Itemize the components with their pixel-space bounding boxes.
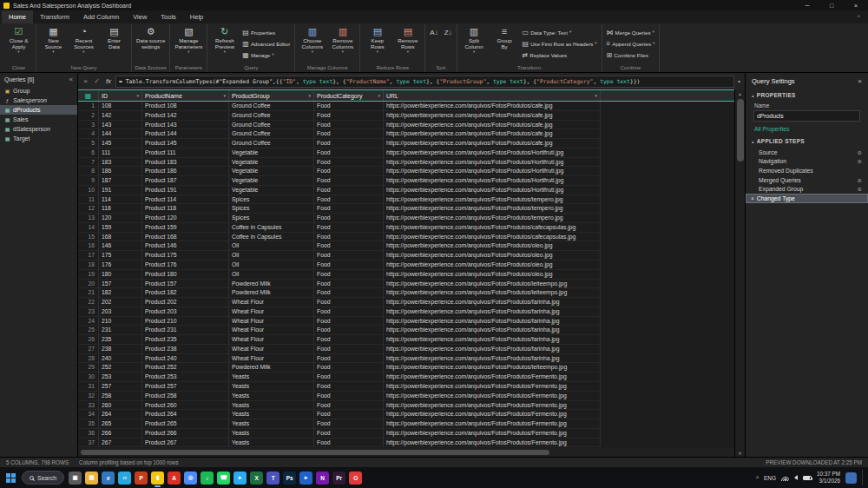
- cell-productcategory[interactable]: Food: [314, 260, 384, 270]
- excel-icon[interactable]: X: [250, 472, 263, 485]
- menu-tab-home[interactable]: Home: [2, 10, 33, 23]
- cell-productcategory[interactable]: Food: [314, 158, 384, 168]
- cell-id[interactable]: 231: [99, 326, 142, 335]
- cell-url[interactable]: https://powerbiexperience.com/arquivos/F…: [384, 307, 601, 317]
- delete-step-icon[interactable]: ×: [751, 195, 754, 201]
- cell-productgroup[interactable]: Ground Coffee: [229, 139, 314, 148]
- menu-tab-add-column[interactable]: Add Column: [76, 10, 126, 23]
- cell-productgroup[interactable]: Yeasts: [229, 401, 314, 411]
- cell-url[interactable]: https://powerbiexperience.com/arquivos/F…: [384, 186, 601, 195]
- cell-productcategory[interactable]: Food: [314, 241, 384, 251]
- column-header-productname[interactable]: ProductName▾: [142, 90, 229, 101]
- notification-icon[interactable]: [845, 472, 857, 484]
- cell-id[interactable]: 176: [99, 260, 142, 270]
- minimize-icon[interactable]: ─: [795, 0, 819, 10]
- vertical-scrollbar[interactable]: ▲ ▼: [734, 89, 745, 457]
- cell-productcategory[interactable]: Food: [314, 195, 384, 205]
- cell-productgroup[interactable]: Yeasts: [229, 439, 314, 448]
- query-item-dsalesperson[interactable]: ▦dSalesperson: [0, 124, 77, 134]
- menu-tab-transform[interactable]: Transform: [33, 10, 76, 23]
- cell-id[interactable]: 114: [99, 195, 142, 205]
- cell-id[interactable]: 108: [99, 102, 142, 111]
- cell-id[interactable]: 118: [99, 204, 142, 214]
- cell-productgroup[interactable]: Spices: [229, 214, 314, 223]
- data-source-settings-button[interactable]: ⚙Data source settings: [135, 24, 167, 50]
- cell-productcategory[interactable]: Food: [314, 176, 384, 186]
- cell-url[interactable]: https://powerbiexperience.com/arquivos/F…: [384, 251, 601, 260]
- cell-productgroup[interactable]: Oil: [229, 270, 314, 280]
- cell-productname[interactable]: Product 180: [142, 270, 229, 280]
- cell-productname[interactable]: Product 191: [142, 186, 229, 195]
- cell-id[interactable]: 267: [99, 439, 142, 448]
- cell-productcategory[interactable]: Food: [314, 345, 384, 354]
- cell-productcategory[interactable]: Food: [314, 419, 384, 429]
- cell-productgroup[interactable]: Oil: [229, 241, 314, 251]
- sort-descending-button[interactable]: Z↓: [443, 27, 454, 37]
- menu-tab-tools[interactable]: Tools: [154, 10, 183, 23]
- cell-url[interactable]: https://powerbiexperience.com/arquivos/F…: [384, 102, 601, 111]
- cell-id[interactable]: 257: [99, 382, 142, 392]
- cell-productname[interactable]: Product 183: [142, 158, 229, 168]
- task-view-icon[interactable]: ▣: [69, 472, 82, 485]
- replace-values-button[interactable]: ⇄Replace Values: [521, 49, 599, 60]
- cell-productgroup[interactable]: Wheat Flour: [229, 317, 314, 326]
- cell-productcategory[interactable]: Food: [314, 354, 384, 364]
- cell-productname[interactable]: Product 143: [142, 121, 229, 130]
- cell-id[interactable]: 260: [99, 401, 142, 411]
- cell-productname[interactable]: Product 142: [142, 111, 229, 121]
- cell-productcategory[interactable]: Food: [314, 280, 384, 289]
- cell-productcategory[interactable]: Food: [314, 439, 384, 448]
- cell-id[interactable]: 210: [99, 317, 142, 326]
- cell-url[interactable]: https://powerbiexperience.com/arquivos/F…: [384, 260, 601, 270]
- cell-productgroup[interactable]: Wheat Flour: [229, 345, 314, 354]
- cell-productgroup[interactable]: Ground Coffee: [229, 129, 314, 139]
- cell-productcategory[interactable]: Food: [314, 167, 384, 176]
- column-header-id[interactable]: ID▾: [99, 90, 142, 101]
- all-properties-link[interactable]: All Properties: [746, 122, 868, 135]
- cell-productgroup[interactable]: Coffee in Capsules: [229, 233, 314, 242]
- cell-url[interactable]: https://powerbiexperience.com/arquivos/F…: [384, 121, 601, 130]
- premiere-icon[interactable]: Pr: [332, 472, 345, 485]
- cell-productgroup[interactable]: Yeasts: [229, 382, 314, 392]
- status-profiling[interactable]: Column profiling based on top 1000 rows: [79, 459, 178, 465]
- cell-url[interactable]: https://powerbiexperience.com/arquivos/F…: [384, 129, 601, 139]
- cell-productname[interactable]: Product 258: [142, 392, 229, 401]
- cell-id[interactable]: 258: [99, 392, 142, 401]
- cell-productname[interactable]: Product 203: [142, 307, 229, 317]
- cell-url[interactable]: https://powerbiexperience.com/arquivos/F…: [384, 280, 601, 289]
- manage-button[interactable]: ▦Manage▾: [240, 49, 292, 60]
- cell-productcategory[interactable]: Food: [314, 307, 384, 317]
- cell-productcategory[interactable]: Food: [314, 223, 384, 233]
- cell-productcategory[interactable]: Food: [314, 335, 384, 345]
- column-header-productgroup[interactable]: ProductGroup▾: [229, 90, 314, 101]
- cell-productgroup[interactable]: Vegetable: [229, 167, 314, 176]
- cell-id[interactable]: 182: [99, 288, 142, 298]
- cell-productgroup[interactable]: Ground Coffee: [229, 121, 314, 130]
- cell-productname[interactable]: Product 118: [142, 204, 229, 214]
- cell-productgroup[interactable]: Oil: [229, 251, 314, 260]
- cell-id[interactable]: 191: [99, 186, 142, 195]
- refresh-preview-button[interactable]: ↻Refresh Preview▾: [210, 24, 239, 54]
- cell-productcategory[interactable]: Food: [314, 204, 384, 214]
- cell-productcategory[interactable]: Food: [314, 121, 384, 130]
- close-panel-icon[interactable]: ×: [858, 77, 862, 85]
- cell-id[interactable]: 186: [99, 167, 142, 176]
- powerpoint-icon[interactable]: P: [135, 472, 148, 485]
- cell-productname[interactable]: Product 202: [142, 298, 229, 307]
- cell-id[interactable]: 180: [99, 270, 142, 280]
- cell-productname[interactable]: Product 238: [142, 345, 229, 354]
- cell-id[interactable]: 142: [99, 111, 142, 121]
- cell-productname[interactable]: Product 260: [142, 401, 229, 411]
- horizontal-scrollbar-thumb[interactable]: [81, 450, 549, 455]
- cell-productcategory[interactable]: Food: [314, 270, 384, 280]
- power-bi-icon[interactable]: ▮: [151, 472, 164, 485]
- recent-sources-button[interactable]: ◔Recent Sources▾: [69, 24, 98, 54]
- cell-id[interactable]: 111: [99, 148, 142, 158]
- enter-data-button[interactable]: ▤Enter Data: [100, 24, 128, 50]
- cell-url[interactable]: https://powerbiexperience.com/arquivos/F…: [384, 148, 601, 158]
- cell-productcategory[interactable]: Food: [314, 111, 384, 121]
- applied-step-expanded-group[interactable]: Expanded Group⚙: [746, 184, 868, 194]
- gear-icon[interactable]: ⚙: [858, 177, 862, 183]
- cell-id[interactable]: 144: [99, 129, 142, 139]
- cell-productname[interactable]: Product 240: [142, 354, 229, 364]
